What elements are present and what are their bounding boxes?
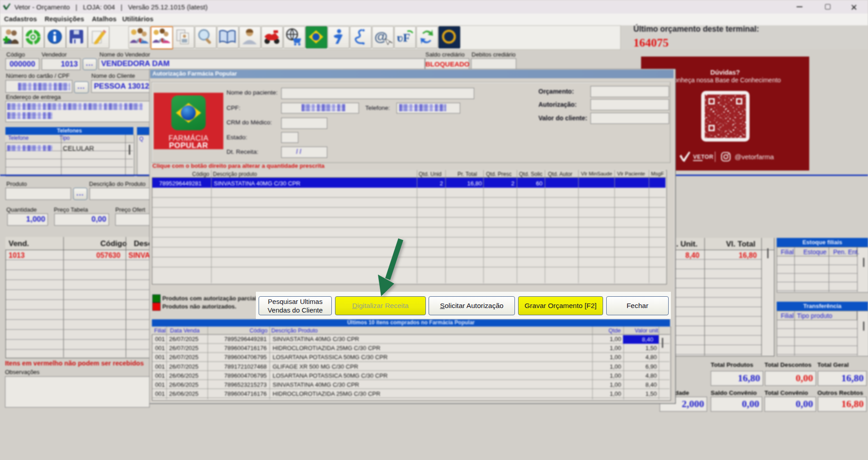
svg-text:@vetorfarma: @vetorfarma — [735, 153, 774, 161]
svg-text:VETOR: VETOR — [693, 154, 713, 160]
svg-text:@: @ — [374, 29, 387, 44]
svg-text:ʋF: ʋF — [397, 31, 410, 44]
